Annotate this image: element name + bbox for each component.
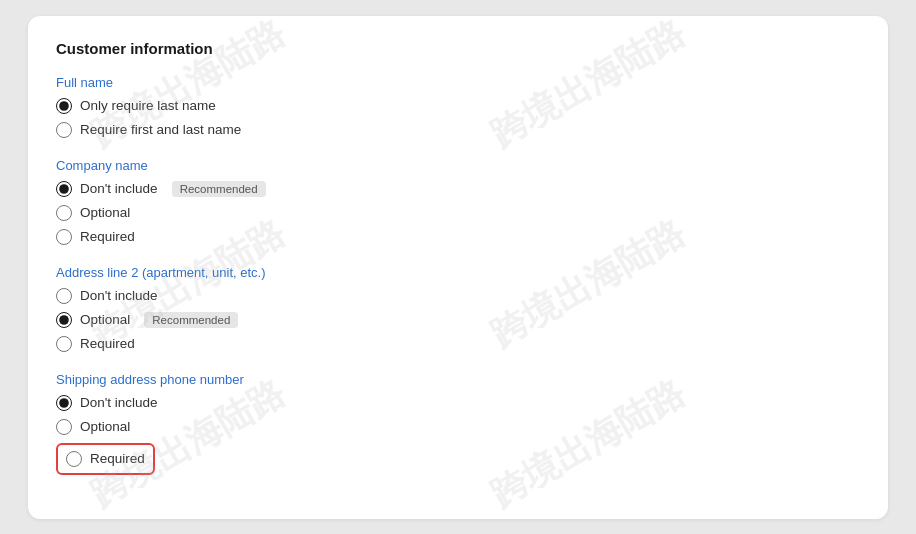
option-phone-dont-include[interactable]: Don't include — [56, 395, 860, 411]
radio-address-required[interactable] — [56, 336, 72, 352]
customer-information-card: Customer information Full name Only requ… — [28, 16, 888, 519]
option-address-required[interactable]: Required — [56, 336, 860, 352]
label-company-required: Required — [80, 229, 135, 244]
label-phone-dont-include: Don't include — [80, 395, 158, 410]
badge-company-recommended: Recommended — [172, 181, 266, 197]
label-address-dont-include: Don't include — [80, 288, 158, 303]
radio-only-last-name[interactable] — [56, 98, 72, 114]
section-label-shipping-phone: Shipping address phone number — [56, 372, 860, 387]
label-phone-required: Required — [90, 451, 145, 466]
option-phone-optional[interactable]: Optional — [56, 419, 860, 435]
section-full-name: Full name Only require last name Require… — [56, 75, 860, 138]
label-phone-optional: Optional — [80, 419, 130, 434]
option-phone-required[interactable]: Required — [56, 443, 155, 475]
section-label-address-line2: Address line 2 (apartment, unit, etc.) — [56, 265, 860, 280]
radio-company-optional[interactable] — [56, 205, 72, 221]
section-label-full-name: Full name — [56, 75, 860, 90]
label-first-and-last: Require first and last name — [80, 122, 241, 137]
section-address-line2: Address line 2 (apartment, unit, etc.) D… — [56, 265, 860, 352]
label-address-required: Required — [80, 336, 135, 351]
section-shipping-phone: Shipping address phone number Don't incl… — [56, 372, 860, 475]
radio-group-shipping-phone: Don't include Optional Required — [56, 395, 860, 475]
option-address-optional[interactable]: Optional Recommended — [56, 312, 860, 328]
card-title: Customer information — [56, 40, 860, 57]
label-company-dont-include: Don't include — [80, 181, 158, 196]
label-only-last-name: Only require last name — [80, 98, 216, 113]
option-company-required[interactable]: Required — [56, 229, 860, 245]
radio-first-and-last[interactable] — [56, 122, 72, 138]
option-only-last-name[interactable]: Only require last name — [56, 98, 860, 114]
label-company-optional: Optional — [80, 205, 130, 220]
radio-company-dont-include[interactable] — [56, 181, 72, 197]
radio-address-dont-include[interactable] — [56, 288, 72, 304]
badge-address-recommended: Recommended — [144, 312, 238, 328]
section-label-company-name: Company name — [56, 158, 860, 173]
radio-group-company-name: Don't include Recommended Optional Requi… — [56, 181, 860, 245]
radio-address-optional[interactable] — [56, 312, 72, 328]
option-company-optional[interactable]: Optional — [56, 205, 860, 221]
radio-company-required[interactable] — [56, 229, 72, 245]
option-first-and-last[interactable]: Require first and last name — [56, 122, 860, 138]
option-company-dont-include[interactable]: Don't include Recommended — [56, 181, 860, 197]
radio-phone-optional[interactable] — [56, 419, 72, 435]
radio-phone-required[interactable] — [66, 451, 82, 467]
radio-group-full-name: Only require last name Require first and… — [56, 98, 860, 138]
section-company-name: Company name Don't include Recommended O… — [56, 158, 860, 245]
option-address-dont-include[interactable]: Don't include — [56, 288, 860, 304]
radio-phone-dont-include[interactable] — [56, 395, 72, 411]
radio-group-address-line2: Don't include Optional Recommended Requi… — [56, 288, 860, 352]
label-address-optional: Optional — [80, 312, 130, 327]
